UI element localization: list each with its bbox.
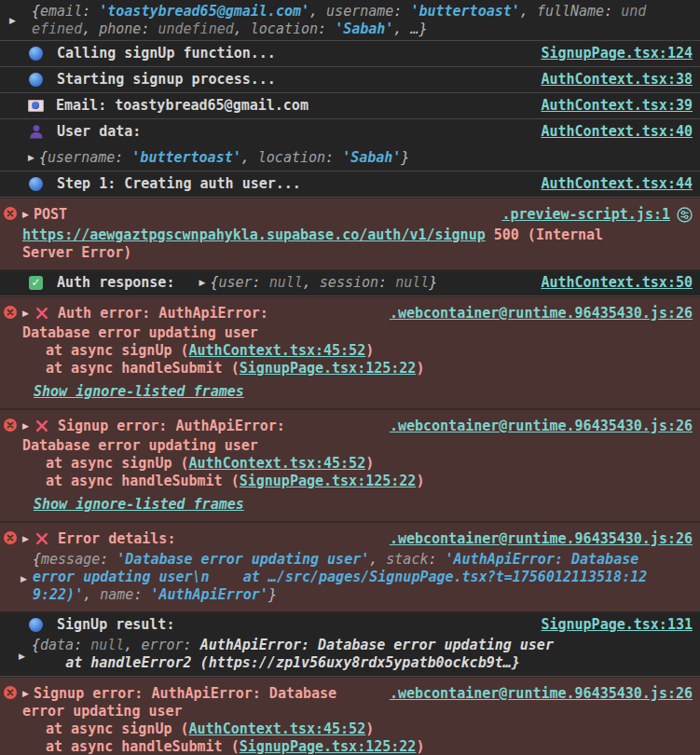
text-segment: session <box>320 274 378 291</box>
error-badge-icon <box>4 207 17 220</box>
object-preview-block: ▶ {data: null, error: AuthApiError: Data… <box>23 637 693 672</box>
source-location-link[interactable]: AuthContext.tsx:39 <box>529 97 693 115</box>
text-segment: 'AuthApiError' <box>150 586 268 603</box>
text-segment: } <box>401 149 409 166</box>
text-segment: 'Sabah' <box>335 21 393 37</box>
expand-triangle-icon[interactable]: ▶ <box>199 274 210 292</box>
source-location-link[interactable]: .webcontainer@runtime.96435430.js:26 <box>378 418 693 435</box>
text-segment: 'AuthApiError: Database <box>446 551 639 568</box>
show-ignore-listed-frames-link[interactable]: Show ignore-listed frames <box>34 383 244 400</box>
text-segment: undefined <box>158 21 233 37</box>
text-segment: { <box>32 3 40 20</box>
error-detail-line: Database error updating user <box>22 437 693 455</box>
text-segment: : <box>318 21 335 37</box>
text-segment: : <box>141 21 158 37</box>
source-location-link[interactable]: .webcontainer@runtime.96435430.js:26 <box>378 530 693 548</box>
expand-triangle-icon[interactable]: ▶ <box>19 648 30 666</box>
inline-link[interactable]: SignupPage.tsx:125:22 <box>240 473 417 489</box>
text-segment: name <box>100 586 133 603</box>
expand-triangle-icon[interactable]: ▶ <box>22 418 34 435</box>
console-row-user-data: User data: AuthContext.tsx:40 ▶ {usernam… <box>0 119 700 172</box>
object-preview-line: efined, phone: undefined, location: 'Sab… <box>32 21 693 38</box>
object-preview-line: {email: 'toastybread65@gmail.com', usern… <box>32 3 693 21</box>
source-location-link[interactable]: .webcontainer@runtime.96435430.js:26 <box>378 685 693 703</box>
error-message: Auth error: AuthApiError: <box>58 305 268 323</box>
text-segment: ) <box>365 721 374 737</box>
text-segment: , <box>124 637 141 653</box>
inline-link[interactable]: https://aewgaztpgscwnpahykla.supabase.co… <box>22 226 486 243</box>
error-detail-line: Database error updating user <box>22 324 693 342</box>
devtools-console: ▶ {email: 'toastybread65@gmail.com', use… <box>0 0 700 755</box>
text-segment: { <box>32 637 40 653</box>
console-row-auth-error: ▶ Auth error: AuthApiError: .webcontaine… <box>0 296 700 409</box>
source-location-link[interactable]: AuthContext.tsx:50 <box>529 274 693 292</box>
source-location-link[interactable]: AuthContext.tsx:40 <box>529 123 693 141</box>
expand-triangle-icon[interactable]: ▶ <box>28 149 39 167</box>
inline-link[interactable]: SignupPage.tsx:125:22 <box>240 738 417 755</box>
text-segment: error <box>141 637 183 653</box>
console-row-signup-error: ▶ Signup error: AuthApiError: .webcontai… <box>0 409 700 522</box>
blue-circle-icon <box>29 73 43 87</box>
check-icon: ✓ <box>29 276 43 290</box>
expand-triangle-icon[interactable]: ▶ <box>22 530 34 548</box>
source-location-link[interactable]: AuthContext.tsx:38 <box>529 71 693 89</box>
console-row-starting-signup: Starting signup process... AuthContext.t… <box>0 67 700 93</box>
console-row-email: Email: toastybread65@gmail.com AuthConte… <box>0 93 700 119</box>
error-badge-icon <box>4 306 17 319</box>
text-segment: AuthApiError: Database error updating us… <box>200 637 554 653</box>
email-icon <box>28 100 44 112</box>
red-x-icon <box>35 532 49 550</box>
text-segment: 500 (Internal <box>486 226 603 243</box>
text-segment: , …} <box>393 21 427 37</box>
console-row-signup-error-2: ▶ Signup error: AuthApiError: Database .… <box>0 677 700 755</box>
error-message: Error details: <box>58 530 175 548</box>
expand-triangle-icon[interactable]: ▶ <box>22 685 34 703</box>
text-segment: 'toastybread65@gmail.com' <box>99 3 309 20</box>
stack-frame-line: at async handleSubmit (SignupPage.tsx:12… <box>22 473 693 490</box>
text-segment: 9:22)' <box>33 586 83 603</box>
tune-icon[interactable] <box>677 207 693 227</box>
console-row-step1: Step 1: Creating auth user... AuthContex… <box>0 172 700 198</box>
source-location-link[interactable]: .preview-script.js:1 <box>490 206 670 224</box>
error-badge-icon <box>4 686 17 699</box>
text-segment: email <box>40 3 82 20</box>
text-segment: , <box>234 21 251 37</box>
expand-triangle-icon[interactable]: ▶ <box>22 206 34 224</box>
text-segment: at handleError2 (https://zp1v56uxy8rdx5y… <box>32 654 520 671</box>
inline-link[interactable]: AuthContext.tsx:45:52 <box>189 455 366 472</box>
source-location-link[interactable]: SignupPage.tsx:124 <box>529 45 693 62</box>
console-row-post-500-error: ▶ POST .preview-script.js:1 https://aewg… <box>0 198 700 270</box>
inline-link[interactable]: AuthContext.tsx:45:52 <box>189 721 366 737</box>
text-segment: ) <box>365 455 374 472</box>
source-location-link[interactable]: AuthContext.tsx:44 <box>529 175 693 193</box>
expand-triangle-icon[interactable]: ▶ <box>21 570 32 588</box>
text-segment: null <box>269 274 303 291</box>
text-segment: at async signUp ( <box>46 721 189 737</box>
text-segment: { <box>39 149 48 166</box>
text-segment: , <box>241 149 258 166</box>
text-segment: : <box>393 3 410 20</box>
stack-frame-line: at async handleSubmit (SignupPage.tsx:12… <box>22 738 693 755</box>
expand-triangle-icon[interactable]: ▶ <box>22 305 34 323</box>
text-segment: 'buttertoast' <box>410 3 519 20</box>
text-segment: : <box>428 551 445 568</box>
text-segment: ) <box>416 473 424 489</box>
text-segment: at async handleSubmit ( <box>46 360 240 377</box>
text-segment: : <box>604 3 621 20</box>
text-segment: at async handleSubmit ( <box>46 473 240 489</box>
red-x-icon <box>35 419 49 437</box>
inline-link[interactable]: SignupPage.tsx:125:22 <box>240 360 417 377</box>
object-preview-block: ▶ {message: 'Database error updating use… <box>22 551 693 604</box>
expand-triangle-icon[interactable]: ▶ <box>9 12 21 30</box>
text-segment: null <box>395 274 429 291</box>
text-segment: ) <box>416 360 424 377</box>
text-segment: : <box>325 149 342 166</box>
source-location-link[interactable]: .webcontainer@runtime.96435430.js:26 <box>378 305 693 323</box>
inline-link[interactable]: AuthContext.tsx:45:52 <box>189 342 366 359</box>
source-location-link[interactable]: SignupPage.tsx:131 <box>529 616 693 634</box>
show-ignore-listed-frames-link[interactable]: Show ignore-listed frames <box>34 496 244 513</box>
text-segment: : <box>133 586 150 603</box>
console-row-calling-signup: Calling signUp function... SignupPage.ts… <box>0 41 700 67</box>
text-segment: : <box>378 274 395 291</box>
text-segment: username <box>326 3 393 20</box>
